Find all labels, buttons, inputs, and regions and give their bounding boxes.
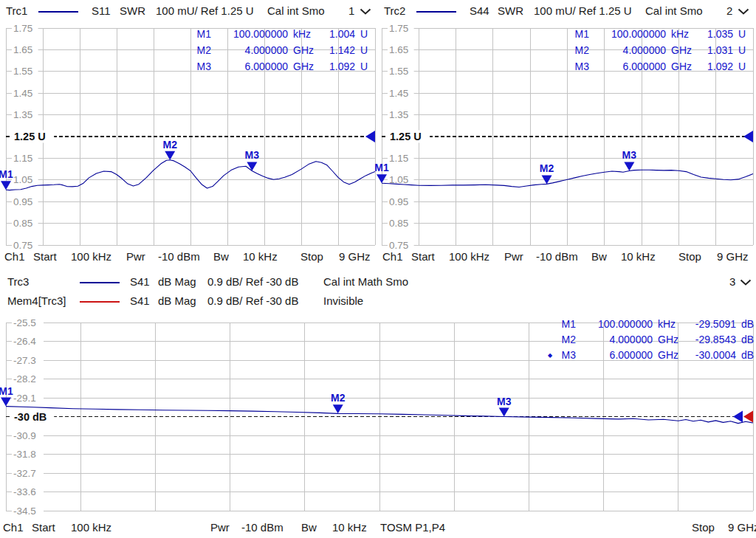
trace-scale[interactable]: 0.9 dB/ Ref -30 dB <box>207 275 298 288</box>
y-tick-label: 1.35 <box>13 109 32 120</box>
channel-number[interactable]: 2 <box>726 4 732 17</box>
marker-value: 1.142 <box>317 42 355 58</box>
marker-triangle-icon[interactable] <box>1 181 11 190</box>
y-axis-ticks: 1.751.651.551.451.351.25 U1.151.050.950.… <box>388 23 430 251</box>
marker-name: M2 <box>570 42 589 58</box>
channel-number[interactable]: 3 <box>729 275 735 288</box>
y-tick-label: 1.45 <box>389 88 408 99</box>
y-tick-label: -33.6 <box>13 486 36 497</box>
measurement[interactable]: S41 <box>130 294 150 307</box>
marker-frequency: 4.000000 <box>576 332 653 348</box>
trace-format[interactable]: dB Mag <box>158 294 196 307</box>
marker-triangle-icon[interactable] <box>499 408 509 417</box>
marker-value-unit: U <box>733 58 752 75</box>
y-axis-ticks: -25.5-26.4-27.3-28.2-29.1-30 dB-30.9-31.… <box>12 317 54 517</box>
marker-M2[interactable]: M2 <box>331 392 346 413</box>
marker-readout-trc3: M1100.000000kHz-29.5091dB M24.000000GHz-… <box>548 317 755 363</box>
bandwidth-label: Bw <box>301 521 317 534</box>
marker-value-unit: U <box>355 42 374 58</box>
marker-triangle-icon[interactable] <box>333 404 343 413</box>
y-tick-label: 1.35 <box>389 109 408 120</box>
chevron-down-icon[interactable] <box>738 8 749 15</box>
marker-value: -30.0004 <box>681 348 736 363</box>
ref-level-arrow-icon[interactable] <box>365 131 375 142</box>
marker-triangle-icon[interactable] <box>247 162 257 170</box>
trace-scale[interactable]: 100 mU/ Ref 1.25 U <box>534 4 632 17</box>
start-label: Start <box>411 250 435 263</box>
marker-frequency-unit: GHz <box>653 348 681 363</box>
marker-label: M2 <box>331 392 346 404</box>
power-value: -10 dBm <box>241 521 284 534</box>
marker-frequency: 6.000000 <box>576 348 653 363</box>
marker-triangle-icon[interactable] <box>624 162 634 170</box>
start-label: Start <box>32 521 55 534</box>
marker-triangle-icon[interactable] <box>377 174 387 183</box>
y-tick-label: 0.75 <box>13 240 32 251</box>
trace-color-swatch <box>80 282 120 283</box>
chevron-down-icon[interactable] <box>360 8 371 15</box>
marker-label: M1 <box>0 385 13 397</box>
marker-triangle-icon[interactable] <box>165 151 175 160</box>
ref-level-arrow-icon[interactable] <box>733 411 743 423</box>
trace-format[interactable]: SWR <box>498 4 523 17</box>
marker-row: M36.000000GHz1.092U <box>561 58 752 75</box>
measurement[interactable]: S11 <box>92 4 111 17</box>
y-tick-label: -29.1 <box>13 393 36 404</box>
trace-scale[interactable]: 100 mU/ Ref 1.25 U <box>156 4 254 17</box>
marker-frequency: 100.000000 <box>211 26 288 42</box>
y-tick-label: -30.9 <box>13 430 36 441</box>
marker-row: M1100.000000kHz1.004U <box>183 26 374 42</box>
trace-scale[interactable]: 0.9 dB/ Ref -30 dB <box>207 294 298 307</box>
marker-row: M1100.000000kHz1.035U <box>561 26 752 42</box>
y-tick-label: -27.3 <box>13 355 36 366</box>
ref-level-arrow-icon[interactable] <box>743 411 753 423</box>
marker-name: M1 <box>557 317 576 332</box>
marker-frequency-unit: GHz <box>288 42 317 58</box>
trace-name[interactable]: Trc3 <box>7 275 29 288</box>
cal-status: Invisible <box>323 294 363 307</box>
marker-frequency: 4.000000 <box>589 42 666 58</box>
chevron-down-icon[interactable] <box>740 279 752 286</box>
marker-row: M1100.000000kHz-29.5091dB <box>548 317 755 332</box>
power-label: Pwr <box>126 250 145 263</box>
marker-label: M2 <box>540 162 554 174</box>
marker-value: -29.5091 <box>681 317 736 332</box>
marker-M2[interactable]: M2 <box>162 139 177 160</box>
trace-color-swatch <box>80 301 120 303</box>
trace-name[interactable]: Trc1 <box>6 4 27 17</box>
y-tick-label: 0.95 <box>13 196 32 207</box>
cal-status: Cal int Smo <box>267 4 325 17</box>
marker-M3[interactable]: M3 <box>497 396 512 417</box>
marker-value-unit: dB <box>736 348 755 363</box>
marker-label: M2 <box>162 139 177 151</box>
trace-name[interactable]: Mem4[Trc3] <box>7 294 66 307</box>
start-value: 100 kHz <box>71 521 111 534</box>
start-value: 100 kHz <box>71 250 111 263</box>
y-tick-label: 1.75 <box>13 23 32 34</box>
marker-frequency: 100.000000 <box>576 317 653 332</box>
marker-label: M3 <box>622 149 637 161</box>
marker-frequency-unit: GHz <box>288 58 317 75</box>
y-tick-label: -28.2 <box>13 373 36 384</box>
ref-level-arrow-icon[interactable] <box>743 131 753 142</box>
measurement[interactable]: S41 <box>130 275 150 288</box>
marker-frequency: 6.000000 <box>589 58 666 75</box>
marker-M3[interactable]: M3 <box>622 149 637 170</box>
marker-name: M1 <box>192 26 211 42</box>
marker-M2[interactable]: M2 <box>540 162 554 184</box>
marker-row: M24.000000GHz1.031U <box>561 42 752 58</box>
trace-format[interactable]: SWR <box>120 4 145 17</box>
measurement[interactable]: S44 <box>470 4 489 17</box>
channel-number[interactable]: 1 <box>348 4 354 17</box>
trace-format[interactable]: dB Mag <box>158 275 196 288</box>
marker-label: M3 <box>497 396 512 407</box>
marker-frequency-unit: kHz <box>653 317 681 332</box>
y-tick-label: -31.8 <box>13 449 36 460</box>
marker-triangle-icon[interactable] <box>1 398 11 407</box>
marker-readout-trc2: M1100.000000kHz1.035U M24.000000GHz1.031… <box>561 26 752 75</box>
marker-M1[interactable]: M1 <box>0 385 13 407</box>
y-tick-label: -32.7 <box>13 468 36 479</box>
trace-name[interactable]: Trc2 <box>384 4 405 17</box>
marker-M1[interactable]: M1 <box>0 168 13 190</box>
y-tick-label: -25.5 <box>13 317 36 328</box>
